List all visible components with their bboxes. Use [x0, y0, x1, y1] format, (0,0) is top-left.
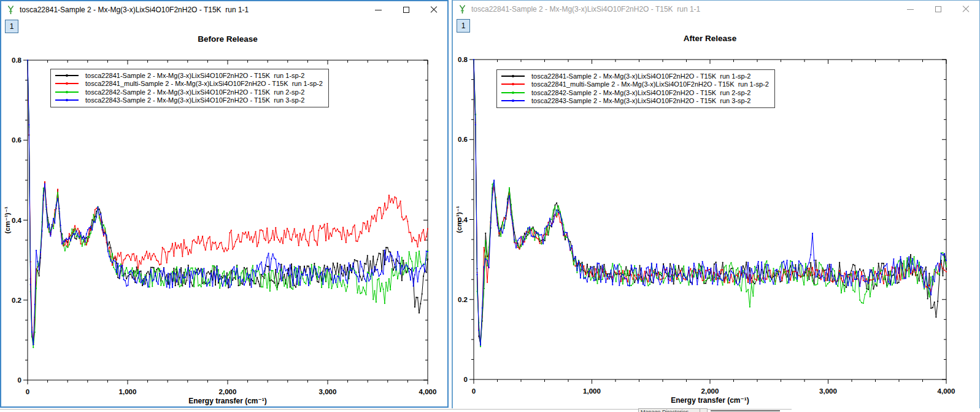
background-partial-box [700, 408, 708, 412]
close-icon [430, 6, 438, 14]
legend-label: tosca22841-Sample 2 - Mx-Mg(3-x)LixSi4O1… [85, 72, 304, 79]
legend-marker-icon [55, 99, 79, 101]
x-tick-label: 4,000 [419, 388, 437, 395]
legend-marker-icon [55, 83, 79, 84]
manage-directories-label: Manage Directories [641, 409, 689, 412]
x-tick-label: 2,000 [701, 387, 719, 395]
legend-marker-icon [501, 76, 525, 77]
x-tick-label: 0 [26, 388, 29, 395]
x-axis-label: Energy transfer (cm⁻¹) [671, 396, 749, 405]
y-tick-label: 0.6 [12, 136, 21, 144]
close-button[interactable] [952, 1, 979, 18]
plot-window-after-release: tosca22841-Sample 2 - Mx-Mg(3-x)LixSi4O1… [452, 0, 980, 409]
y-tick-label: 0.2 [12, 297, 21, 304]
x-tick-label: 0 [472, 387, 476, 395]
legend-marker-icon [55, 75, 79, 76]
x-tick-label: 1,000 [583, 387, 601, 395]
window-title: tosca22841-Sample 2 - Mx-Mg(3-x)LixSi4O1… [20, 6, 365, 14]
legend-item-2: tosca22842-Sample 2 - Mx-Mg(3-x)LixSi4O1… [501, 88, 769, 97]
x-tick-label: 2,000 [219, 388, 237, 395]
y-axis-label: (cm⁻¹)⁻¹ [455, 206, 463, 233]
minimize-icon [375, 10, 382, 10]
legend-label: tosca22841_multi-Sample 2 - Mx-Mg(3-x)Li… [85, 80, 323, 87]
maximize-icon [403, 7, 409, 13]
legend-item-3: tosca22843-Sample 2 - Mx-Mg(3-x)LixSi4O1… [55, 96, 323, 105]
legend-label: tosca22842-Sample 2 - Mx-Mg(3-x)LixSi4O1… [531, 89, 750, 96]
legend-marker-dot [512, 83, 514, 85]
legend-label: tosca22843-Sample 2 - Mx-Mg(3-x)LixSi4O1… [85, 96, 304, 104]
x-tick-label: 4,000 [938, 387, 955, 395]
y-tick-label: 0.2 [458, 296, 468, 303]
maximize-button[interactable] [924, 1, 952, 18]
plot-frame [28, 60, 428, 380]
y-tick-label: 0 [464, 376, 468, 383]
y-axis-label: (cm⁻¹)⁻¹ [4, 206, 11, 233]
x-tick-label: 3,000 [319, 388, 337, 395]
layer-badge[interactable]: 1 [5, 20, 18, 33]
legend-box: tosca22841-Sample 2 - Mx-Mg(3-x)LixSi4O1… [496, 69, 775, 108]
legend-marker-dot [512, 75, 514, 77]
legend-marker-dot [512, 99, 514, 102]
y-tick-label: 0.8 [458, 56, 468, 63]
legend-marker-dot [66, 99, 68, 101]
manage-directories-button-partial[interactable]: Manage Directories [638, 408, 701, 412]
legend-marker-icon [501, 92, 525, 93]
legend-item-2: tosca22842-Sample 2 - Mx-Mg(3-x)LixSi4O1… [55, 88, 323, 96]
legend-box: tosca22841-Sample 2 - Mx-Mg(3-x)LixSi4O1… [50, 69, 329, 107]
maximize-button[interactable] [392, 1, 420, 18]
mantid-app-icon [6, 5, 16, 15]
plot-title: Before Release [198, 34, 258, 44]
legend-marker-dot [66, 74, 68, 77]
legend-label: tosca22841-Sample 2 - Mx-Mg(3-x)LixSi4O1… [531, 72, 750, 80]
background-window-edge: Manage Directories [0, 408, 980, 412]
close-icon [962, 6, 970, 13]
background-partial-divider [711, 410, 780, 411]
window-titlebar[interactable]: tosca22841-Sample 2 - Mx-Mg(3-x)LixSi4O1… [1, 1, 447, 18]
x-tick-label: 3,000 [819, 387, 837, 395]
window-title: tosca22841-Sample 2 - Mx-Mg(3-x)LixSi4O1… [471, 5, 897, 14]
y-tick-label: 0.8 [12, 56, 22, 64]
legend-item-0: tosca22841-Sample 2 - Mx-Mg(3-x)LixSi4O1… [501, 72, 769, 80]
legend-marker-icon [501, 100, 525, 101]
mantid-app-icon [458, 4, 468, 14]
window-titlebar[interactable]: tosca22841-Sample 2 - Mx-Mg(3-x)LixSi4O1… [453, 1, 979, 18]
legend-item-0: tosca22841-Sample 2 - Mx-Mg(3-x)LixSi4O1… [55, 71, 323, 80]
plot-window-before-release: tosca22841-Sample 2 - Mx-Mg(3-x)LixSi4O1… [0, 0, 449, 408]
x-axis-label: Energy transfer (cm⁻¹) [188, 397, 267, 405]
legend-item-1: tosca22841_multi-Sample 2 - Mx-Mg(3-x)Li… [501, 80, 769, 89]
minimize-icon [907, 9, 914, 10]
maximize-icon [935, 6, 941, 12]
minimize-button[interactable] [365, 1, 392, 18]
legend-item-3: tosca22843-Sample 2 - Mx-Mg(3-x)LixSi4O1… [501, 97, 769, 106]
x-tick-label: 1,000 [119, 388, 137, 395]
y-tick-label: 0 [18, 376, 21, 384]
y-tick-label: 0.6 [458, 136, 468, 143]
legend-label: tosca22843-Sample 2 - Mx-Mg(3-x)LixSi4O1… [531, 97, 750, 104]
plot-title: After Release [684, 34, 737, 43]
legend-marker-icon [55, 91, 79, 93]
legend-marker-icon [501, 84, 525, 85]
legend-marker-dot [512, 91, 514, 94]
close-button[interactable] [420, 1, 447, 18]
legend-marker-dot [66, 82, 68, 85]
y-tick-label: 0.4 [12, 217, 22, 224]
minimize-button[interactable] [897, 1, 924, 18]
plot-canvas-before-release: 01,0002,0003,0004,00000.20.40.60.8Before… [1, 1, 447, 406]
legend-label: tosca22841_multi-Sample 2 - Mx-Mg(3-x)Li… [531, 80, 769, 88]
legend-marker-dot [66, 91, 68, 93]
legend-label: tosca22842-Sample 2 - Mx-Mg(3-x)LixSi4O1… [85, 88, 304, 96]
layer-badge[interactable]: 1 [457, 19, 470, 33]
plot-canvas-after-release: 01,0002,0003,0004,00000.20.40.60.8After … [453, 1, 980, 408]
legend-item-1: tosca22841_multi-Sample 2 - Mx-Mg(3-x)Li… [55, 80, 323, 88]
